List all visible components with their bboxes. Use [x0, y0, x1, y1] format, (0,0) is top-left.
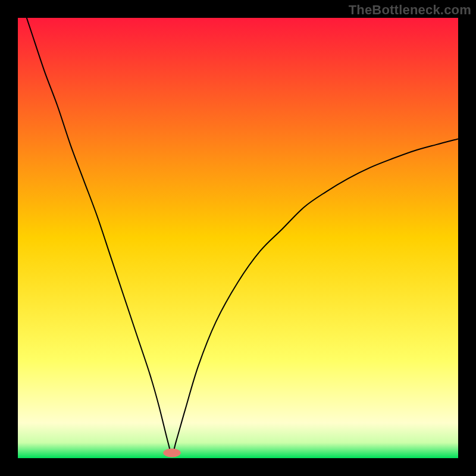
gradient-background — [18, 18, 458, 458]
chart-plot — [18, 18, 458, 458]
watermark-text: TheBottleneck.com — [349, 2, 471, 18]
optimal-point-marker — [163, 449, 181, 458]
chart-frame — [18, 18, 458, 458]
